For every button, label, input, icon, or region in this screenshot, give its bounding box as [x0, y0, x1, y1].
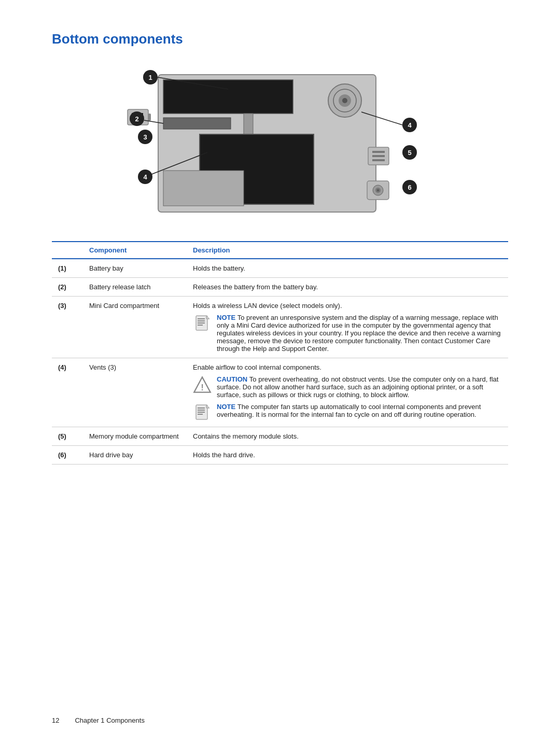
row-number: (1) — [52, 259, 83, 278]
svg-rect-5 — [163, 171, 244, 206]
caution-text: CAUTION To prevent overheating, do not o… — [217, 375, 502, 399]
svg-rect-11 — [372, 151, 385, 153]
row-component-name: Vents (3) — [83, 358, 187, 427]
table-row: (5)Memory module compartmentContains the… — [52, 427, 508, 446]
diagram-container: 1 2 3 4 4 5 6 — [52, 62, 508, 222]
svg-rect-42 — [198, 322, 205, 324]
svg-rect-12 — [372, 155, 385, 157]
svg-point-17 — [377, 189, 379, 191]
table-row: (4)Vents (3)Enable airflow to cool inter… — [52, 358, 508, 427]
row-description: Releases the battery from the battery ba… — [187, 278, 508, 297]
svg-text:1: 1 — [148, 74, 152, 81]
note-icon — [193, 314, 212, 332]
row-number: (5) — [52, 427, 83, 446]
row-number: (3) — [52, 297, 83, 358]
bottom-components-diagram: 1 2 3 4 4 5 6 — [104, 62, 456, 222]
note-block: NOTE To prevent an unresponsive system a… — [193, 314, 502, 353]
svg-rect-50 — [198, 407, 205, 409]
svg-text:3: 3 — [143, 133, 147, 141]
note-text: NOTE To prevent an unresponsive system a… — [217, 314, 502, 353]
table-header-row: Component Description — [52, 242, 508, 259]
svg-rect-43 — [198, 325, 203, 326]
table-row: (2)Battery release latchReleases the bat… — [52, 278, 508, 297]
svg-text:4: 4 — [143, 173, 147, 181]
row-description: Enable airflow to cool internal componen… — [187, 358, 508, 427]
row-description: Holds a wireless LAN device (select mode… — [187, 297, 508, 358]
row-description: Holds the battery. — [187, 259, 508, 278]
note-icon — [193, 403, 212, 421]
row-description: Holds the hard drive. — [187, 446, 508, 465]
svg-text:4: 4 — [408, 121, 412, 129]
component-table: Component Description (1)Battery bayHold… — [52, 241, 508, 465]
row-number: (4) — [52, 358, 83, 427]
row-component-name: Mini Card compartment — [83, 297, 187, 358]
svg-rect-53 — [198, 414, 203, 415]
svg-rect-2 — [163, 118, 231, 129]
svg-rect-51 — [198, 410, 205, 411]
footer-chapter: Chapter 1 Components — [75, 716, 144, 724]
footer: 12 Chapter 1 Components — [52, 716, 145, 724]
row-component-name: Hard drive bay — [83, 446, 187, 465]
svg-rect-13 — [372, 159, 385, 161]
svg-point-9 — [342, 98, 347, 103]
row-number: (6) — [52, 446, 83, 465]
row-component-name: Memory module compartment — [83, 427, 187, 446]
svg-rect-52 — [198, 412, 205, 413]
svg-text:!: ! — [201, 383, 203, 392]
row-component-name: Battery release latch — [83, 278, 187, 297]
table-row: (1)Battery bayHolds the battery. — [52, 259, 508, 278]
page-title: Bottom components — [52, 31, 508, 47]
svg-marker-54 — [206, 405, 209, 408]
row-component-name: Battery bay — [83, 259, 187, 278]
svg-text:6: 6 — [408, 184, 411, 191]
svg-rect-40 — [198, 318, 205, 319]
svg-text:2: 2 — [135, 115, 138, 123]
caution-block: ! CAUTION To prevent overheating, do not… — [193, 375, 502, 399]
header-component: Component — [83, 242, 187, 259]
row-number: (2) — [52, 278, 83, 297]
svg-rect-41 — [198, 320, 205, 321]
header-blank — [52, 242, 83, 259]
table-row: (6)Hard drive bayHolds the hard drive. — [52, 446, 508, 465]
note-text: NOTE The computer fan starts up automati… — [217, 403, 502, 418]
svg-marker-44 — [206, 316, 209, 319]
table-row: (3)Mini Card compartmentHolds a wireless… — [52, 297, 508, 358]
note-block: NOTE The computer fan starts up automati… — [193, 403, 502, 421]
svg-rect-19 — [148, 114, 151, 121]
footer-page-number: 12 — [52, 716, 59, 724]
svg-text:5: 5 — [408, 149, 411, 157]
svg-rect-1 — [163, 80, 293, 114]
header-description: Description — [187, 242, 508, 259]
caution-icon: ! — [193, 375, 212, 394]
row-description: Contains the memory module slots. — [187, 427, 508, 446]
